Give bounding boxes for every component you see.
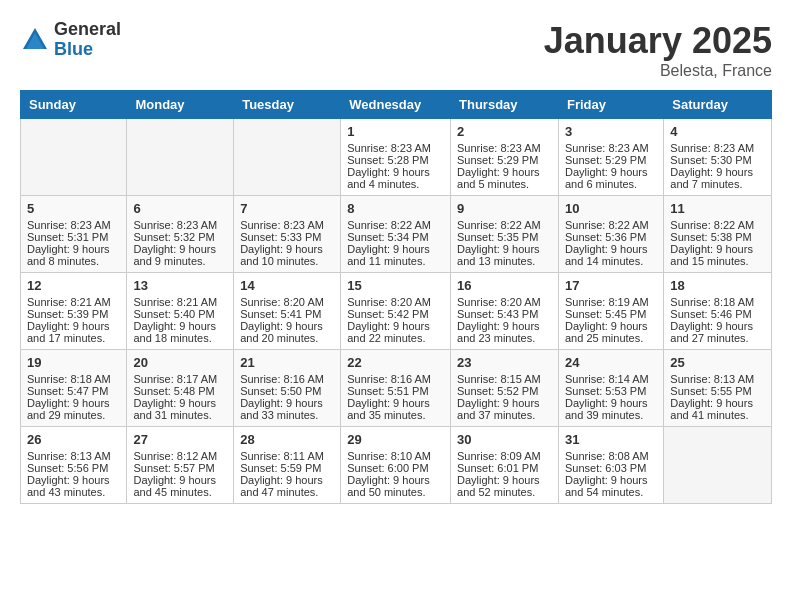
sunrise-text: Sunrise: 8:23 AM: [27, 219, 120, 231]
weekday-header-tuesday: Tuesday: [234, 91, 341, 119]
sunset-text: Sunset: 5:45 PM: [565, 308, 657, 320]
sunset-text: Sunset: 5:57 PM: [133, 462, 227, 474]
day-number: 12: [27, 278, 120, 293]
daylight-text: Daylight: 9 hours and 54 minutes.: [565, 474, 657, 498]
logo-text: General Blue: [54, 20, 121, 60]
calendar-cell: 4Sunrise: 8:23 AMSunset: 5:30 PMDaylight…: [664, 119, 772, 196]
sunset-text: Sunset: 5:29 PM: [565, 154, 657, 166]
calendar-cell: 15Sunrise: 8:20 AMSunset: 5:42 PMDayligh…: [341, 273, 451, 350]
day-number: 17: [565, 278, 657, 293]
sunset-text: Sunset: 5:43 PM: [457, 308, 552, 320]
calendar-cell: 6Sunrise: 8:23 AMSunset: 5:32 PMDaylight…: [127, 196, 234, 273]
daylight-text: Daylight: 9 hours and 10 minutes.: [240, 243, 334, 267]
sunset-text: Sunset: 6:01 PM: [457, 462, 552, 474]
sunset-text: Sunset: 5:35 PM: [457, 231, 552, 243]
daylight-text: Daylight: 9 hours and 14 minutes.: [565, 243, 657, 267]
sunset-text: Sunset: 6:03 PM: [565, 462, 657, 474]
calendar-cell: 2Sunrise: 8:23 AMSunset: 5:29 PMDaylight…: [451, 119, 559, 196]
daylight-text: Daylight: 9 hours and 35 minutes.: [347, 397, 444, 421]
calendar-cell: 14Sunrise: 8:20 AMSunset: 5:41 PMDayligh…: [234, 273, 341, 350]
sunset-text: Sunset: 5:56 PM: [27, 462, 120, 474]
calendar-cell: 28Sunrise: 8:11 AMSunset: 5:59 PMDayligh…: [234, 427, 341, 504]
daylight-text: Daylight: 9 hours and 43 minutes.: [27, 474, 120, 498]
sunrise-text: Sunrise: 8:16 AM: [347, 373, 444, 385]
daylight-text: Daylight: 9 hours and 29 minutes.: [27, 397, 120, 421]
day-number: 19: [27, 355, 120, 370]
calendar-cell: 26Sunrise: 8:13 AMSunset: 5:56 PMDayligh…: [21, 427, 127, 504]
calendar-table: SundayMondayTuesdayWednesdayThursdayFrid…: [20, 90, 772, 504]
weekday-header-friday: Friday: [558, 91, 663, 119]
week-row-2: 5Sunrise: 8:23 AMSunset: 5:31 PMDaylight…: [21, 196, 772, 273]
daylight-text: Daylight: 9 hours and 23 minutes.: [457, 320, 552, 344]
calendar-cell: 16Sunrise: 8:20 AMSunset: 5:43 PMDayligh…: [451, 273, 559, 350]
calendar-cell: 31Sunrise: 8:08 AMSunset: 6:03 PMDayligh…: [558, 427, 663, 504]
calendar-cell: 19Sunrise: 8:18 AMSunset: 5:47 PMDayligh…: [21, 350, 127, 427]
daylight-text: Daylight: 9 hours and 8 minutes.: [27, 243, 120, 267]
sunrise-text: Sunrise: 8:23 AM: [457, 142, 552, 154]
daylight-text: Daylight: 9 hours and 33 minutes.: [240, 397, 334, 421]
daylight-text: Daylight: 9 hours and 20 minutes.: [240, 320, 334, 344]
day-number: 18: [670, 278, 765, 293]
month-title: January 2025: [544, 20, 772, 62]
calendar-cell: [127, 119, 234, 196]
sunset-text: Sunset: 5:59 PM: [240, 462, 334, 474]
daylight-text: Daylight: 9 hours and 25 minutes.: [565, 320, 657, 344]
calendar-cell: 22Sunrise: 8:16 AMSunset: 5:51 PMDayligh…: [341, 350, 451, 427]
daylight-text: Daylight: 9 hours and 39 minutes.: [565, 397, 657, 421]
sunset-text: Sunset: 6:00 PM: [347, 462, 444, 474]
sunrise-text: Sunrise: 8:22 AM: [670, 219, 765, 231]
calendar-cell: 3Sunrise: 8:23 AMSunset: 5:29 PMDaylight…: [558, 119, 663, 196]
calendar-cell: [664, 427, 772, 504]
sunset-text: Sunset: 5:40 PM: [133, 308, 227, 320]
calendar-cell: 24Sunrise: 8:14 AMSunset: 5:53 PMDayligh…: [558, 350, 663, 427]
daylight-text: Daylight: 9 hours and 7 minutes.: [670, 166, 765, 190]
logo-blue: Blue: [54, 40, 121, 60]
daylight-text: Daylight: 9 hours and 41 minutes.: [670, 397, 765, 421]
day-number: 5: [27, 201, 120, 216]
daylight-text: Daylight: 9 hours and 50 minutes.: [347, 474, 444, 498]
sunrise-text: Sunrise: 8:14 AM: [565, 373, 657, 385]
calendar-cell: 8Sunrise: 8:22 AMSunset: 5:34 PMDaylight…: [341, 196, 451, 273]
sunrise-text: Sunrise: 8:20 AM: [457, 296, 552, 308]
calendar-cell: 18Sunrise: 8:18 AMSunset: 5:46 PMDayligh…: [664, 273, 772, 350]
day-number: 3: [565, 124, 657, 139]
sunrise-text: Sunrise: 8:22 AM: [565, 219, 657, 231]
sunset-text: Sunset: 5:53 PM: [565, 385, 657, 397]
sunset-text: Sunset: 5:33 PM: [240, 231, 334, 243]
weekday-header-thursday: Thursday: [451, 91, 559, 119]
day-number: 23: [457, 355, 552, 370]
sunrise-text: Sunrise: 8:23 AM: [565, 142, 657, 154]
day-number: 31: [565, 432, 657, 447]
calendar-cell: 25Sunrise: 8:13 AMSunset: 5:55 PMDayligh…: [664, 350, 772, 427]
day-number: 25: [670, 355, 765, 370]
sunset-text: Sunset: 5:32 PM: [133, 231, 227, 243]
day-number: 15: [347, 278, 444, 293]
sunset-text: Sunset: 5:41 PM: [240, 308, 334, 320]
calendar-cell: 12Sunrise: 8:21 AMSunset: 5:39 PMDayligh…: [21, 273, 127, 350]
daylight-text: Daylight: 9 hours and 18 minutes.: [133, 320, 227, 344]
sunset-text: Sunset: 5:55 PM: [670, 385, 765, 397]
day-number: 10: [565, 201, 657, 216]
calendar-cell: 27Sunrise: 8:12 AMSunset: 5:57 PMDayligh…: [127, 427, 234, 504]
weekday-header-monday: Monday: [127, 91, 234, 119]
title-block: January 2025 Belesta, France: [544, 20, 772, 80]
calendar-cell: 21Sunrise: 8:16 AMSunset: 5:50 PMDayligh…: [234, 350, 341, 427]
sunrise-text: Sunrise: 8:13 AM: [27, 450, 120, 462]
daylight-text: Daylight: 9 hours and 15 minutes.: [670, 243, 765, 267]
sunset-text: Sunset: 5:42 PM: [347, 308, 444, 320]
sunrise-text: Sunrise: 8:21 AM: [27, 296, 120, 308]
weekday-header-wednesday: Wednesday: [341, 91, 451, 119]
day-number: 1: [347, 124, 444, 139]
sunset-text: Sunset: 5:39 PM: [27, 308, 120, 320]
day-number: 11: [670, 201, 765, 216]
sunrise-text: Sunrise: 8:12 AM: [133, 450, 227, 462]
sunrise-text: Sunrise: 8:11 AM: [240, 450, 334, 462]
calendar-cell: 7Sunrise: 8:23 AMSunset: 5:33 PMDaylight…: [234, 196, 341, 273]
sunset-text: Sunset: 5:29 PM: [457, 154, 552, 166]
weekday-header-sunday: Sunday: [21, 91, 127, 119]
calendar-cell: 30Sunrise: 8:09 AMSunset: 6:01 PMDayligh…: [451, 427, 559, 504]
day-number: 26: [27, 432, 120, 447]
calendar-cell: [21, 119, 127, 196]
sunset-text: Sunset: 5:51 PM: [347, 385, 444, 397]
day-number: 14: [240, 278, 334, 293]
